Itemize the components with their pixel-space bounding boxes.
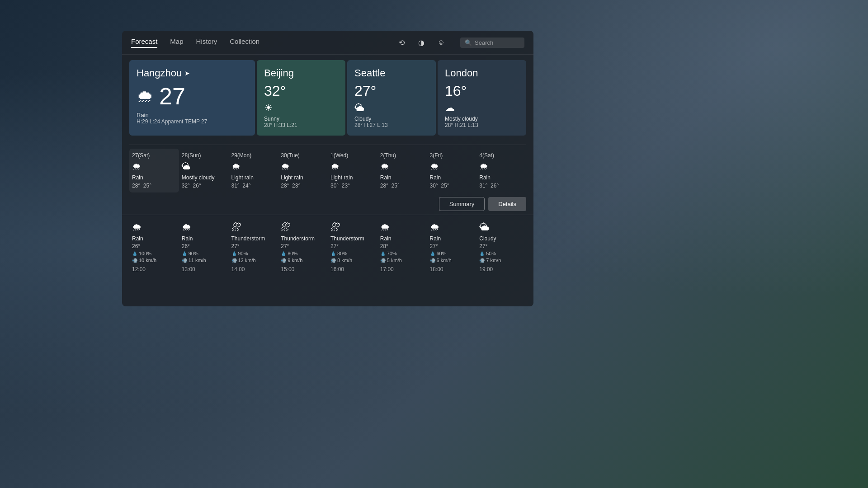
city-cards: Hangzhou ➤ 🌧 27 Rain H:29 L:24 Apparent … (122, 55, 533, 141)
day-icon: 🌧 (479, 161, 488, 172)
hourly-cell: ⛈ Thunderstorm 27° 💧80% 💨9 km/h 15:00 (278, 219, 328, 275)
day-condition: Rain (380, 174, 392, 181)
day-label: 1(Wed) (330, 152, 348, 159)
hourly-cell: 🌥 Cloudy 27° 💧50% 💨7 km/h 19:00 (476, 219, 526, 275)
location-icon: ➤ (184, 70, 190, 77)
nav-bar: Forecast Map History Collection ⟲ ◑ ☺ 🔍 (122, 31, 533, 55)
london-hl: 28° H:21 L:13 (445, 122, 519, 128)
hourly-temp: 27° (430, 243, 438, 249)
beijing-condition: Sunny (264, 116, 338, 122)
hourly-icon: 🌧 (182, 221, 192, 233)
day-icon: 🌥 (182, 161, 191, 172)
hourly-time: 15:00 (281, 266, 294, 272)
hourly-grid: 🌧 Rain 26° 💧100% 💨10 km/h 12:00 🌧 Rain 2… (129, 219, 526, 275)
contrast-icon[interactable]: ◑ (415, 36, 428, 49)
hourly-temp: 27° (231, 243, 240, 249)
day-condition: Rain (479, 174, 491, 181)
tab-map[interactable]: Map (170, 38, 183, 48)
day-temps: 28° 25° (132, 183, 151, 189)
city-card-beijing[interactable]: Beijing 32° ☀ Sunny 28° H:33 L:21 (257, 60, 345, 136)
daily-cell[interactable]: 2(Thu) 🌧 Rain 28° 25° (377, 149, 427, 192)
hourly-wind: 💨8 km/h (330, 258, 352, 263)
hourly-cell: ⛈ Thunderstorm 27° 💧90% 💨12 km/h 14:00 (229, 219, 278, 275)
london-icon: ☁ (445, 102, 519, 114)
beijing-icon: ☀ (264, 102, 338, 114)
hourly-precip: 💧50% (479, 251, 496, 256)
nav-icon-group: ⟲ ◑ ☺ (395, 36, 448, 49)
wind-icon: 💨 (380, 258, 386, 263)
london-temp: 16° (445, 83, 519, 99)
hangzhou-weather-icon: 🌧 (137, 87, 154, 106)
search-box[interactable]: 🔍 (460, 38, 524, 48)
hourly-wind: 💨12 km/h (231, 258, 256, 263)
daily-cell[interactable]: 28(Sun) 🌥 Mostly cloudy 32° 26° (179, 149, 229, 192)
hangzhou-condition: Rain (137, 112, 248, 118)
rotate-icon[interactable]: ⟲ (395, 36, 408, 49)
hourly-icon: ⛈ (281, 221, 291, 233)
hourly-time: 12:00 (132, 266, 146, 272)
seattle-name: Seattle (354, 67, 429, 79)
beijing-temp: 32° (264, 83, 338, 99)
daily-grid: 27(Sat) 🌧 Rain 28° 25° 28(Sun) 🌥 Mostly … (129, 145, 526, 192)
london-name: London (445, 67, 519, 79)
wind-icon: 💨 (281, 258, 286, 263)
hourly-condition: Thunderstorm (281, 235, 315, 242)
wind-icon: 💨 (132, 258, 137, 263)
summary-button[interactable]: Summary (439, 197, 485, 211)
daily-section: 27(Sat) 🌧 Rain 28° 25° 28(Sun) 🌥 Mostly … (122, 141, 533, 192)
daily-cell[interactable]: 30(Tue) 🌧 Light rain 28° 23° (278, 149, 328, 192)
day-temps: 30° 25° (430, 183, 449, 189)
hourly-precip: 💧90% (231, 251, 248, 256)
search-input[interactable] (475, 39, 520, 46)
city-card-hangzhou[interactable]: Hangzhou ➤ 🌧 27 Rain H:29 L:24 Apparent … (129, 60, 255, 136)
wind-icon: 💨 (231, 258, 237, 263)
seattle-condition: Cloudy (354, 116, 429, 122)
day-icon: 🌧 (231, 161, 241, 172)
tab-forecast[interactable]: Forecast (131, 38, 157, 48)
day-label: 27(Sat) (132, 152, 150, 159)
hourly-temp: 26° (182, 243, 190, 249)
hourly-wind: 💨11 km/h (182, 258, 206, 263)
city-card-london[interactable]: London 16° ☁ Mostly cloudy 28° H:21 L:13 (438, 60, 526, 136)
wind-icon: 💨 (182, 258, 187, 263)
hourly-condition: Cloudy (479, 235, 496, 242)
precip-icon: 💧 (330, 251, 336, 256)
day-temps: 31° 26° (479, 183, 499, 189)
hourly-time: 18:00 (430, 266, 443, 272)
hourly-wind: 💨5 km/h (380, 258, 402, 263)
day-temps: 31° 24° (231, 183, 251, 189)
daily-cell[interactable]: 1(Wed) 🌧 Light rain 30° 23° (328, 149, 377, 192)
city-card-seattle[interactable]: Seattle 27° 🌥 Cloudy 28° H:27 L:13 (347, 60, 436, 136)
daily-cell[interactable]: 27(Sat) 🌧 Rain 28° 25° (129, 149, 179, 192)
hourly-precip: 💧60% (430, 251, 447, 256)
day-icon: 🌧 (380, 161, 389, 172)
day-condition: Mostly cloudy (182, 174, 215, 181)
tab-collection[interactable]: Collection (230, 38, 259, 48)
hourly-temp: 27° (479, 243, 487, 249)
details-button[interactable]: Details (488, 197, 526, 211)
seattle-temp: 27° (354, 83, 429, 99)
daily-cell[interactable]: 4(Sat) 🌧 Rain 31° 26° (476, 149, 526, 192)
hourly-precip: 💧80% (281, 251, 297, 256)
tab-history[interactable]: History (196, 38, 217, 48)
daily-cell[interactable]: 29(Mon) 🌧 Light rain 31° 24° (229, 149, 278, 192)
daily-cell[interactable]: 3(Fri) 🌧 Rain 30° 25° (427, 149, 477, 192)
hourly-time: 17:00 (380, 266, 394, 272)
day-temps: 28° 23° (281, 183, 300, 189)
hourly-condition: Thunderstorm (330, 235, 364, 242)
hangzhou-temp-row: 🌧 27 (137, 83, 248, 110)
hourly-temp: 28° (380, 243, 388, 249)
wind-icon: 💨 (430, 258, 435, 263)
precip-icon: 💧 (182, 251, 187, 256)
face-icon[interactable]: ☺ (435, 36, 448, 49)
hourly-temp: 27° (281, 243, 289, 249)
hourly-cell: ⛈ Thunderstorm 27° 💧80% 💨8 km/h 16:00 (328, 219, 377, 275)
day-label: 2(Thu) (380, 152, 396, 159)
day-icon: 🌧 (430, 161, 439, 172)
day-condition: Rain (132, 174, 143, 181)
hourly-temp: 27° (330, 243, 339, 249)
wind-icon: 💨 (330, 258, 336, 263)
hourly-section: 🌧 Rain 26° 💧100% 💨10 km/h 12:00 🌧 Rain 2… (122, 215, 533, 282)
precip-icon: 💧 (281, 251, 286, 256)
wind-icon: 💨 (479, 258, 485, 263)
